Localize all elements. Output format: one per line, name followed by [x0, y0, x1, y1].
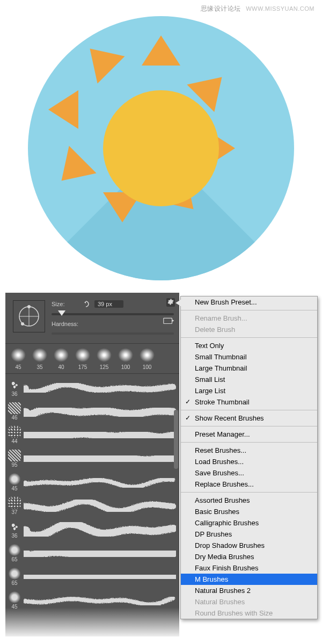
brush-size-label: 37	[11, 509, 17, 515]
sun-ray-icon	[142, 35, 180, 66]
slider-thumb-icon[interactable]	[58, 310, 65, 316]
menu-basic-brushes[interactable]: Basic Brushes	[181, 506, 317, 517]
menu-save-brushes[interactable]: Save Brushes...	[181, 467, 317, 479]
svg-point-5	[21, 322, 24, 325]
menu-assorted-brushes[interactable]: Assorted Brushes	[181, 495, 317, 506]
brush-list-row[interactable]: 45	[8, 589, 176, 612]
brush-size-label: 46	[11, 415, 17, 421]
watermark-zh: 思缘设计论坛	[201, 5, 241, 12]
recent-brush-size: 35	[36, 364, 42, 370]
recent-brush-size: 40	[58, 364, 64, 370]
menu-natural-brushes-2[interactable]: Natural Brushes 2	[181, 585, 317, 596]
menu-small-list[interactable]: Small List	[181, 374, 317, 385]
menu-faux-finish-brushes[interactable]: Faux Finish Brushes	[181, 562, 317, 574]
brush-list-row[interactable]: 65	[8, 565, 176, 589]
brush-tip-cell: 36	[8, 520, 21, 539]
brush-swatch-icon	[74, 347, 92, 363]
brush-swatch-icon	[9, 347, 27, 363]
brush-stroke-preview	[24, 567, 176, 587]
recent-brush-cell[interactable]: 125	[93, 347, 115, 370]
recent-brush-cell[interactable]: 100	[115, 347, 136, 370]
recent-brush-size: 175	[78, 364, 87, 370]
size-slider[interactable]	[52, 313, 174, 315]
svg-point-4	[27, 305, 31, 308]
menu-m-brushes[interactable]: M Brushes	[181, 574, 317, 585]
brush-list-row[interactable]: 95	[8, 447, 176, 471]
scrollbar-thumb[interactable]	[174, 410, 178, 469]
brush-list-row[interactable]: 46	[8, 400, 176, 423]
menu-dry-media-brushes[interactable]: Dry Media Brushes	[181, 551, 317, 562]
new-document-icon[interactable]	[163, 316, 175, 325]
reset-size-icon[interactable]	[83, 301, 90, 307]
panel-menu-button[interactable]	[166, 298, 175, 307]
svg-rect-0	[164, 318, 172, 323]
brush-list-row[interactable]: 36	[8, 518, 176, 541]
brush-size-label: 36	[11, 533, 17, 539]
brush-list-row[interactable]: 37	[8, 494, 176, 518]
size-row: Size: 39 px	[52, 300, 174, 308]
menu-dp-brushes[interactable]: DP Brushes	[181, 529, 317, 540]
menu-round-brushes-size[interactable]: Round Brushes with Size	[181, 607, 317, 619]
brush-size-label: 65	[11, 556, 17, 562]
brush-size-label: 95	[11, 462, 17, 468]
brush-tip-cell: 65	[8, 544, 21, 562]
brush-tip-icon	[8, 426, 21, 438]
brush-list-row[interactable]: 45	[8, 471, 176, 494]
menu-text-only[interactable]: Text Only	[181, 340, 317, 351]
recent-brush-cell[interactable]: 40	[50, 347, 72, 370]
brush-tip-cell: 37	[8, 497, 21, 515]
watermark-en: WWW.MISSYUAN.COM	[246, 5, 314, 12]
menu-small-thumbnail[interactable]: Small Thumbnail	[181, 351, 317, 363]
sun-illustration	[28, 16, 294, 280]
brush-tip-cell: 45	[8, 473, 21, 491]
brush-stroke-preview	[24, 449, 176, 468]
menu-new-brush-preset[interactable]: New Brush Preset...	[181, 296, 317, 308]
brush-flyout-menu: New Brush Preset... Rename Brush... Dele…	[180, 296, 318, 619]
size-value[interactable]: 39 px	[94, 300, 123, 308]
size-track[interactable]	[52, 313, 174, 315]
brush-list-scrollbar[interactable]	[174, 394, 178, 644]
brush-settings: Size: 39 px Hardness:	[5, 293, 179, 344]
recent-brush-cell[interactable]: 45	[8, 347, 29, 370]
sun-ray-icon	[48, 146, 97, 194]
brush-tip-icon	[8, 402, 21, 414]
hardness-row: Hardness:	[52, 321, 174, 327]
menu-reset-brushes[interactable]: Reset Brushes...	[181, 445, 317, 456]
brush-list-row[interactable]: 36	[8, 376, 176, 400]
brush-list-row[interactable]: 44	[8, 423, 176, 447]
menu-preset-manager[interactable]: Preset Manager...	[181, 429, 317, 440]
size-label: Size:	[52, 301, 78, 307]
recent-brush-cell[interactable]: 175	[72, 347, 93, 370]
menu-large-thumbnail[interactable]: Large Thumbnail	[181, 363, 317, 374]
hardness-track	[52, 332, 174, 335]
sky-circle	[28, 16, 294, 280]
recent-brush-cell[interactable]: 35	[29, 347, 50, 370]
brush-tip-preview[interactable]	[13, 300, 45, 332]
menu-replace-brushes[interactable]: Replace Brushes...	[181, 479, 317, 490]
brush-list-row[interactable]: 65	[8, 541, 176, 565]
menu-drop-shadow-brushes[interactable]: Drop Shadow Brushes	[181, 540, 317, 551]
menu-large-list[interactable]: Large List	[181, 385, 317, 396]
brush-stroke-list: 36 46 44 95	[5, 374, 179, 636]
brush-tip-icon	[8, 544, 21, 556]
brush-size-label: 65	[11, 580, 17, 586]
menu-stroke-thumbnail[interactable]: Stroke Thumbnail	[181, 396, 317, 408]
brush-stroke-preview	[24, 544, 176, 563]
menu-show-recent-brushes[interactable]: Show Recent Brushes	[181, 413, 317, 424]
recent-brush-cell[interactable]: 100	[136, 347, 158, 370]
brush-tip-icon	[8, 591, 21, 603]
brush-size-label: 45	[11, 486, 17, 491]
brush-stroke-preview	[24, 496, 176, 516]
watermark: 思缘设计论坛 WWW.MISSYUAN.COM	[201, 4, 314, 13]
brush-tip-icon	[8, 450, 21, 461]
hardness-slider[interactable]	[52, 332, 174, 335]
brush-swatch-icon	[116, 347, 135, 363]
menu-natural-brushes[interactable]: Natural Brushes	[181, 596, 317, 607]
menu-load-brushes[interactable]: Load Brushes...	[181, 456, 317, 467]
brush-swatch-icon	[138, 347, 156, 363]
brush-tip-cell: 65	[8, 568, 21, 586]
menu-calligraphic-brushes[interactable]: Calligraphic Brushes	[181, 517, 317, 529]
sun-ray-icon	[76, 35, 125, 84]
menu-pointer-icon	[175, 300, 181, 306]
gear-icon	[167, 298, 174, 307]
